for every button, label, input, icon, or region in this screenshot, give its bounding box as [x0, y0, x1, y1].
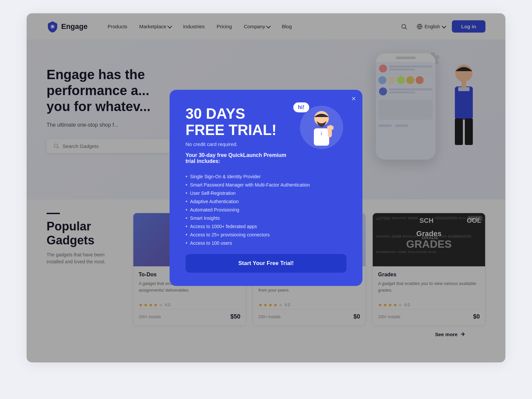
modal-title: 30 DAYS FREE TRIAL!	[186, 106, 290, 138]
feature-item-6: Access to 1000+ federated apps	[186, 223, 346, 229]
modal-overlay[interactable]: × 30 DAYS FREE TRIAL! No credit card req…	[27, 13, 505, 362]
modal-features-list: Single Sign-On & Identity Provider Smart…	[186, 174, 346, 246]
speech-bubble: hi!	[293, 102, 309, 112]
modal-no-cc: No credit card required.	[186, 141, 290, 147]
page-wrapper: Engage Products Marketplace Industries P…	[0, 0, 532, 399]
feature-item-1: Smart Password Manager with Multi-Factor…	[186, 182, 346, 188]
feature-item-0: Single Sign-On & Identity Provider	[186, 174, 346, 180]
svg-rect-29	[331, 126, 333, 130]
modal-close-button[interactable]: ×	[351, 95, 356, 102]
modal-content-row: 30 DAYS FREE TRIAL! No credit card requi…	[186, 106, 346, 168]
feature-item-3: Adaptive Authentication	[186, 199, 346, 204]
modal-person-svg	[307, 109, 336, 146]
feature-item-7: Access to 25+ provisioning connectors	[186, 232, 346, 238]
svg-rect-25	[314, 128, 329, 146]
illustration-circle: hi!	[300, 106, 343, 149]
feature-item-8: Access to 100 users	[186, 240, 346, 246]
modal-illustration: hi!	[297, 106, 346, 149]
modal-includes-title: Your 30-day free QuickLaunch Premium tri…	[186, 152, 290, 164]
feature-item-4: Automated Provisioning	[186, 207, 346, 213]
feature-item-5: Smart Insights	[186, 215, 346, 221]
trial-modal: × 30 DAYS FREE TRIAL! No credit card req…	[170, 90, 362, 286]
feature-item-2: User Self-Registration	[186, 190, 346, 196]
main-container: Engage Products Marketplace Industries P…	[27, 13, 505, 362]
start-trial-button[interactable]: Start Your Free Trial!	[186, 254, 346, 273]
modal-text-column: 30 DAYS FREE TRIAL! No credit card requi…	[186, 106, 290, 168]
